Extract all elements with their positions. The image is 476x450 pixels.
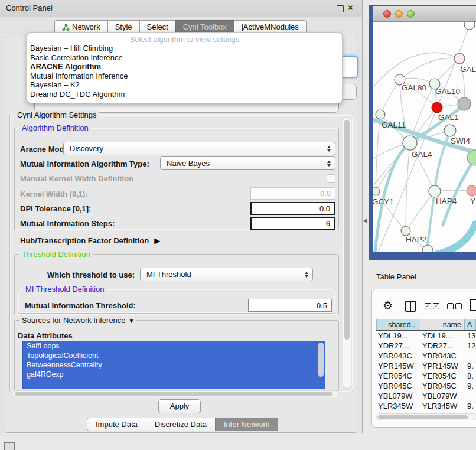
data-attributes-list[interactable]: SelfLoops TopologicalCoefficient Between… bbox=[22, 341, 325, 389]
mi-type-label: Mutual Information Algorithm Type: bbox=[20, 159, 149, 168]
tab-cyni-toolbox-label: Cyni Toolbox bbox=[183, 21, 227, 34]
node-gal-top[interactable] bbox=[454, 53, 465, 64]
deselect-all-checkbox-icon[interactable] bbox=[447, 303, 454, 309]
sources-group-title[interactable]: Sources for Network Inference▼ bbox=[19, 316, 136, 325]
columns-divider bbox=[410, 302, 411, 311]
select-all-checkbox-icon2[interactable]: ✓ bbox=[433, 303, 439, 309]
node-green-right[interactable] bbox=[467, 150, 476, 165]
node-gcy1[interactable] bbox=[373, 187, 380, 195]
node-attribute-table[interactable]: shared... name A YDL19...YDL19...13 YDR2… bbox=[376, 319, 476, 413]
attributes-scrollbar-thumb[interactable] bbox=[318, 343, 324, 377]
svg-text:HAP2: HAP2 bbox=[406, 235, 426, 244]
algorithm-option[interactable]: Mutual Information Inference bbox=[27, 71, 342, 81]
tab-discretize-data[interactable]: Discretize Data bbox=[146, 418, 216, 431]
hub-definition-toggle[interactable]: Hub/Transcription Factor Definition▶ bbox=[20, 236, 160, 245]
deselect-all-checkbox-icon2[interactable] bbox=[455, 303, 462, 309]
apply-button[interactable]: Apply bbox=[158, 399, 201, 413]
svg-text:HAP4: HAP4 bbox=[436, 197, 457, 206]
table-row[interactable]: YBR045CYBR045C9. bbox=[376, 381, 476, 391]
mi-type-combo[interactable]: Naive Bayes bbox=[160, 156, 335, 170]
aracne-mode-combo[interactable]: Discovery bbox=[63, 142, 335, 155]
algorithm-option[interactable]: Bayesian – K2 bbox=[27, 80, 342, 90]
table-horizontal-scrollbar[interactable] bbox=[376, 413, 476, 420]
settings-group-title: Cyni Algorithm Settings bbox=[15, 110, 99, 119]
network-canvas[interactable]: GAL GAL80 GAL10 GAL1 GAL11 SWI4 GAL4 GCY… bbox=[373, 22, 476, 252]
table-row[interactable]: YBL079WYBL079W bbox=[376, 391, 476, 401]
network-window-titlebar[interactable] bbox=[373, 6, 476, 22]
tab-style-label: Style bbox=[115, 21, 132, 34]
minimized-panel-icon[interactable] bbox=[4, 442, 15, 450]
node-gal4[interactable] bbox=[403, 136, 417, 150]
table-settings-gear-icon[interactable]: ⚙ bbox=[383, 299, 393, 312]
splitter-collapse-arrow[interactable] bbox=[363, 219, 367, 223]
aracne-mode-value: Discovery bbox=[70, 144, 327, 153]
mi-threshold-label: Mutual Information Threshold: bbox=[25, 301, 136, 310]
table-row[interactable]: YDL19...YDL19...13 bbox=[376, 331, 476, 341]
table-header-row: shared... name A bbox=[376, 319, 476, 331]
algorithm-selection-popup: Select algorithm to view settings Bayesi… bbox=[27, 32, 343, 103]
mi-steps-field[interactable]: 6 bbox=[250, 217, 335, 230]
algorithm-option-selected[interactable]: ARACNE Algorithm bbox=[27, 62, 342, 71]
node-partial-top[interactable] bbox=[464, 22, 475, 30]
algorithm-option[interactable]: Bayesian – Hill Climbing bbox=[27, 44, 342, 53]
node-partial-bottom[interactable] bbox=[422, 245, 433, 252]
node-hap4[interactable] bbox=[429, 185, 441, 197]
node-swi4[interactable] bbox=[444, 125, 456, 136]
algorithm-definition-title: Algorithm Definition bbox=[19, 123, 91, 132]
network-node-labels: GAL GAL80 GAL10 GAL1 GAL11 SWI4 GAL4 GCY… bbox=[373, 65, 476, 244]
node-gal1-selected[interactable] bbox=[432, 102, 442, 113]
list-item[interactable]: TopologicalCoefficient bbox=[23, 351, 325, 360]
list-item[interactable]: BetweennessCentrality bbox=[23, 360, 325, 370]
tab-select-label: Select bbox=[147, 21, 168, 34]
node-pink-right[interactable] bbox=[467, 185, 476, 196]
list-item[interactable]: gal4RGexp bbox=[23, 370, 325, 379]
zoom-window-button[interactable] bbox=[407, 10, 415, 18]
node-hap2[interactable] bbox=[401, 226, 410, 236]
svg-text:GAL4: GAL4 bbox=[412, 150, 432, 159]
hidden-combo-focused-fragment[interactable] bbox=[340, 56, 358, 78]
column-header[interactable]: name bbox=[420, 319, 465, 330]
svg-text:GCY1: GCY1 bbox=[373, 197, 394, 206]
algorithm-option[interactable]: Basic Correlation Inference bbox=[27, 53, 342, 63]
table-row[interactable]: YBR043CYBR043C bbox=[376, 351, 476, 361]
table-row[interactable]: YER054CYER054C8. bbox=[376, 371, 476, 381]
settings-horizontal-scrollbar[interactable] bbox=[12, 390, 339, 397]
mi-threshold-field[interactable]: 0.5 bbox=[248, 299, 332, 312]
show-columns-icon[interactable] bbox=[405, 301, 416, 312]
node-gray[interactable] bbox=[458, 97, 471, 110]
column-header[interactable]: shared... bbox=[376, 319, 420, 330]
node-gal11[interactable] bbox=[376, 110, 385, 119]
bottom-tabbar: Impute Data Discretize Data Infer Networ… bbox=[87, 418, 278, 431]
hidden-combo-fragment[interactable] bbox=[340, 84, 357, 100]
settings-vertical-scrollbar[interactable] bbox=[343, 117, 351, 389]
table-row[interactable]: YLR345WYLR345W9. bbox=[376, 401, 476, 411]
settings-scrollbar-thumb[interactable] bbox=[344, 120, 350, 340]
mi-threshold-value: 0.5 bbox=[317, 301, 327, 310]
list-item[interactable]: SelfLoops bbox=[23, 341, 325, 351]
algorithm-option[interactable]: Dream8 DC_TDC Algorithm bbox=[27, 90, 342, 99]
column-header[interactable]: A bbox=[465, 319, 476, 330]
kernel-width-field[interactable]: 0.0 bbox=[250, 187, 335, 200]
manual-kernel-checkbox[interactable] bbox=[327, 174, 335, 183]
network-graph: GAL GAL80 GAL10 GAL1 GAL11 SWI4 GAL4 GCY… bbox=[373, 22, 476, 252]
export-table-icon[interactable] bbox=[470, 299, 476, 311]
svg-text:GAL10: GAL10 bbox=[435, 87, 460, 96]
dpi-tolerance-field[interactable]: 0.0 bbox=[250, 202, 335, 215]
table-panel-title: Table Panel bbox=[376, 272, 416, 281]
select-all-checkbox-icon[interactable]: ✓ bbox=[425, 303, 431, 309]
dpi-tolerance-label: DPI Tolerance [0,1]: bbox=[20, 204, 91, 213]
close-window-button[interactable] bbox=[383, 10, 391, 18]
close-panel-icon[interactable]: × bbox=[348, 2, 353, 12]
minimize-window-button[interactable] bbox=[395, 10, 403, 18]
tab-infer-network[interactable]: Infer Network bbox=[215, 418, 278, 431]
table-row[interactable]: YPR145WYPR145W9. bbox=[376, 361, 476, 371]
table-hscrollbar-thumb[interactable] bbox=[378, 415, 468, 419]
tab-network-label: Network bbox=[72, 21, 100, 34]
which-threshold-combo[interactable]: MI Threshold bbox=[140, 268, 313, 281]
tab-jactivemnodules-label: jActiveMNodules bbox=[242, 21, 299, 34]
tab-impute-data[interactable]: Impute Data bbox=[87, 418, 146, 431]
settings-hscrollbar-thumb[interactable] bbox=[15, 392, 332, 396]
table-row[interactable]: YIL052CYIL052C9. bbox=[376, 411, 476, 413]
table-row[interactable]: YDR27...YDR27...12 bbox=[376, 341, 476, 351]
float-panel-icon[interactable] bbox=[337, 5, 344, 12]
